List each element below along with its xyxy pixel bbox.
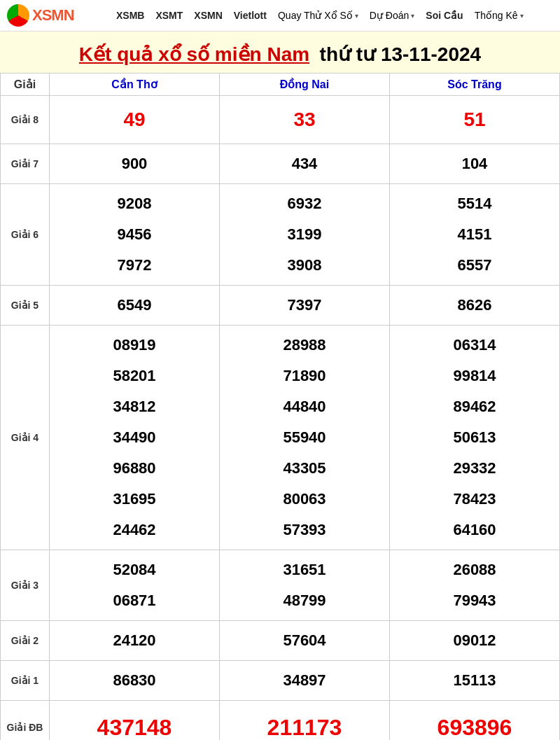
prize-cell-1-2: 104 [390, 144, 560, 184]
nav-du-doan[interactable]: Dự Đoán [370, 10, 414, 21]
prize-cell-5-2: 2608879943 [390, 550, 560, 621]
prize-cell-8-2: 693896 [390, 701, 560, 741]
col-header-giai: Giải [1, 74, 50, 96]
prize-value: 9208 [55, 188, 214, 219]
prize-value: 434 [225, 148, 384, 179]
page-title: Kết quả xổ số miền Nam [79, 43, 309, 65]
prize-cell-3-1: 7397 [220, 286, 390, 326]
prize-label-5: Giải 3 [1, 550, 50, 621]
page-header: Kết quả xổ số miền Nam thứ tư 13-11-2024 [0, 32, 560, 73]
nav-thong-ke[interactable]: Thống Kê [475, 10, 524, 21]
prize-value: 8626 [396, 290, 554, 321]
prize-value: 693896 [396, 705, 554, 740]
prize-cell-2-2: 551441516557 [390, 184, 560, 286]
site-logo[interactable]: XSMN [7, 4, 74, 27]
prize-cell-1-1: 434 [220, 144, 390, 184]
prize-label-0: Giải 8 [1, 96, 50, 144]
prize-value: 86830 [55, 665, 214, 696]
prize-value: 99814 [396, 361, 554, 391]
prize-label-2: Giải 6 [1, 184, 50, 286]
prize-value: 71890 [225, 361, 384, 391]
prize-value: 33 [225, 100, 384, 139]
prize-value: 9456 [55, 219, 214, 250]
prize-cell-3-0: 6549 [50, 286, 220, 326]
prize-label-3: Giải 5 [1, 286, 50, 326]
prize-cell-3-2: 8626 [390, 286, 560, 326]
prize-value: 31695 [55, 484, 214, 515]
logo-icon [7, 4, 29, 27]
prize-value: 31651 [225, 554, 384, 585]
prize-label-6: Giải 2 [1, 621, 50, 661]
col-header-soc-trang: Sóc Trăng [390, 74, 560, 96]
prize-cell-8-0: 437148 [50, 701, 220, 741]
prize-label-8: Giải ĐB [1, 701, 50, 741]
prize-cell-4-1: 28988718904484055940433058006357393 [220, 326, 390, 550]
prize-value: 57604 [225, 625, 384, 656]
prize-cell-0-2: 51 [390, 96, 560, 144]
prize-cell-0-0: 49 [50, 96, 220, 144]
prize-value: 08919 [55, 330, 214, 361]
prize-value: 06871 [55, 585, 214, 616]
prize-cell-0-1: 33 [220, 96, 390, 144]
prize-value: 34897 [225, 665, 384, 696]
prize-value: 43305 [225, 453, 384, 484]
prize-cell-7-1: 34897 [220, 661, 390, 701]
prize-value: 78423 [396, 484, 554, 515]
prize-value: 15113 [396, 665, 554, 696]
prize-value: 26088 [396, 554, 554, 585]
prize-value: 7397 [225, 290, 384, 321]
prize-value: 50613 [396, 422, 554, 453]
nav-quay-thu[interactable]: Quay Thử Xổ Số [278, 10, 358, 21]
prize-cell-6-1: 57604 [220, 621, 390, 661]
prize-cell-5-1: 3165148799 [220, 550, 390, 621]
page-date: thứ tư 13-11-2024 [320, 43, 482, 65]
prize-cell-1-0: 900 [50, 144, 220, 184]
prize-value: 7972 [55, 250, 214, 281]
prize-label-1: Giải 7 [1, 144, 50, 184]
prize-value: 44840 [225, 391, 384, 422]
prize-cell-5-0: 5208406871 [50, 550, 220, 621]
prize-label-7: Giải 1 [1, 661, 50, 701]
nav-xsmt[interactable]: XSMT [155, 10, 183, 21]
prize-value: 104 [396, 148, 554, 179]
prize-value: 6549 [55, 290, 214, 321]
prize-value: 900 [55, 148, 214, 179]
prize-value: 06314 [396, 330, 554, 361]
prize-value: 89462 [396, 391, 554, 422]
nav-links: XSMB XSMT XSMN Vietlott Quay Thử Xổ Số D… [87, 10, 553, 21]
nav-vietlott[interactable]: Vietlott [234, 10, 267, 21]
prize-value: 5514 [396, 188, 554, 219]
prize-cell-2-0: 920894567972 [50, 184, 220, 286]
prize-value: 211173 [225, 705, 384, 740]
prize-value: 96880 [55, 453, 214, 484]
prize-value: 48799 [225, 585, 384, 616]
prize-value: 09012 [396, 625, 554, 656]
prize-value: 3199 [225, 219, 384, 250]
nav-xsmb[interactable]: XSMB [116, 10, 144, 21]
prize-value: 58201 [55, 361, 214, 391]
prize-value: 6932 [225, 188, 384, 219]
prize-value: 34490 [55, 422, 214, 453]
prize-value: 64160 [396, 515, 554, 545]
prize-value: 437148 [55, 705, 214, 740]
prize-value: 6557 [396, 250, 554, 281]
nav-soi-cau[interactable]: Soi Cầu [426, 10, 463, 21]
prize-value: 79943 [396, 585, 554, 616]
prize-value: 29332 [396, 453, 554, 484]
logo-text: XSMN [32, 6, 74, 25]
prize-label-4: Giải 4 [1, 326, 50, 550]
prize-cell-8-1: 211173 [220, 701, 390, 741]
prize-value: 51 [396, 100, 554, 139]
prize-value: 3908 [225, 250, 384, 281]
lottery-table: Giải Cần Thơ Đồng Nai Sóc Trăng Giải 849… [0, 73, 560, 740]
prize-value: 24120 [55, 625, 214, 656]
prize-cell-7-2: 15113 [390, 661, 560, 701]
prize-value: 34812 [55, 391, 214, 422]
nav-xsmn[interactable]: XSMN [194, 10, 222, 21]
col-header-dong-nai: Đồng Nai [220, 74, 390, 96]
prize-value: 24462 [55, 515, 214, 545]
prize-value: 49 [55, 100, 214, 139]
navbar: XSMN XSMB XSMT XSMN Vietlott Quay Thử Xổ… [0, 0, 560, 32]
prize-cell-4-2: 06314998148946250613293327842364160 [390, 326, 560, 550]
prize-value: 52084 [55, 554, 214, 585]
